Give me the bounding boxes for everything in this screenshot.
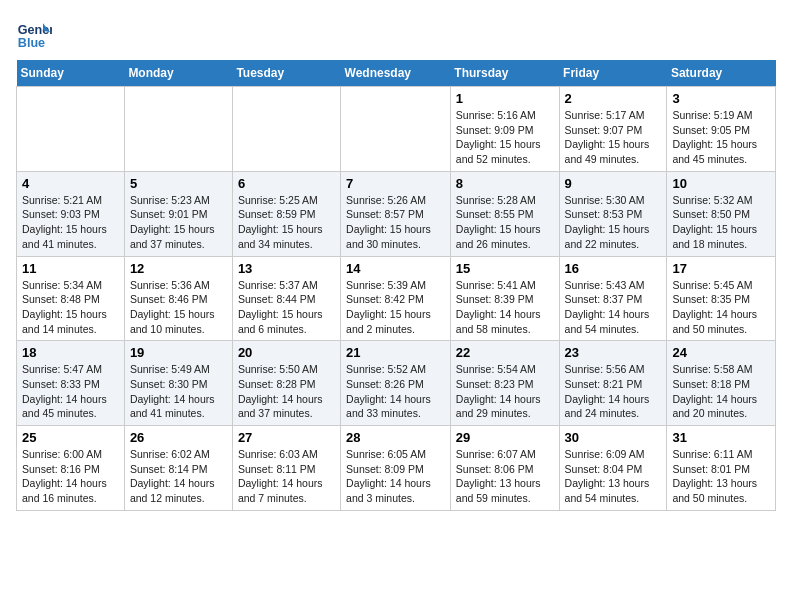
day-info: Sunrise: 5:52 AM Sunset: 8:26 PM Dayligh… xyxy=(346,362,445,421)
day-number: 19 xyxy=(130,345,227,360)
calendar-header: SundayMondayTuesdayWednesdayThursdayFrid… xyxy=(17,60,776,87)
calendar-cell: 11Sunrise: 5:34 AM Sunset: 8:48 PM Dayli… xyxy=(17,256,125,341)
calendar-cell: 29Sunrise: 6:07 AM Sunset: 8:06 PM Dayli… xyxy=(450,426,559,511)
weekday-monday: Monday xyxy=(124,60,232,87)
calendar-cell: 14Sunrise: 5:39 AM Sunset: 8:42 PM Dayli… xyxy=(341,256,451,341)
week-row-1: 1Sunrise: 5:16 AM Sunset: 9:09 PM Daylig… xyxy=(17,87,776,172)
calendar-cell xyxy=(124,87,232,172)
calendar-cell: 6Sunrise: 5:25 AM Sunset: 8:59 PM Daylig… xyxy=(232,171,340,256)
day-info: Sunrise: 5:23 AM Sunset: 9:01 PM Dayligh… xyxy=(130,193,227,252)
day-info: Sunrise: 5:34 AM Sunset: 8:48 PM Dayligh… xyxy=(22,278,119,337)
day-number: 8 xyxy=(456,176,554,191)
calendar-cell: 18Sunrise: 5:47 AM Sunset: 8:33 PM Dayli… xyxy=(17,341,125,426)
svg-text:Blue: Blue xyxy=(18,36,45,50)
week-row-5: 25Sunrise: 6:00 AM Sunset: 8:16 PM Dayli… xyxy=(17,426,776,511)
day-number: 2 xyxy=(565,91,662,106)
calendar-cell: 10Sunrise: 5:32 AM Sunset: 8:50 PM Dayli… xyxy=(667,171,776,256)
calendar-cell: 4Sunrise: 5:21 AM Sunset: 9:03 PM Daylig… xyxy=(17,171,125,256)
day-info: Sunrise: 6:09 AM Sunset: 8:04 PM Dayligh… xyxy=(565,447,662,506)
day-number: 16 xyxy=(565,261,662,276)
day-number: 13 xyxy=(238,261,335,276)
day-number: 21 xyxy=(346,345,445,360)
calendar-cell: 31Sunrise: 6:11 AM Sunset: 8:01 PM Dayli… xyxy=(667,426,776,511)
day-info: Sunrise: 6:11 AM Sunset: 8:01 PM Dayligh… xyxy=(672,447,770,506)
day-number: 7 xyxy=(346,176,445,191)
day-info: Sunrise: 5:16 AM Sunset: 9:09 PM Dayligh… xyxy=(456,108,554,167)
calendar-cell: 22Sunrise: 5:54 AM Sunset: 8:23 PM Dayli… xyxy=(450,341,559,426)
logo-icon: General Blue xyxy=(16,16,52,52)
day-info: Sunrise: 5:49 AM Sunset: 8:30 PM Dayligh… xyxy=(130,362,227,421)
day-number: 31 xyxy=(672,430,770,445)
day-number: 10 xyxy=(672,176,770,191)
calendar-body: 1Sunrise: 5:16 AM Sunset: 9:09 PM Daylig… xyxy=(17,87,776,511)
day-number: 5 xyxy=(130,176,227,191)
week-row-4: 18Sunrise: 5:47 AM Sunset: 8:33 PM Dayli… xyxy=(17,341,776,426)
calendar-cell: 8Sunrise: 5:28 AM Sunset: 8:55 PM Daylig… xyxy=(450,171,559,256)
day-number: 23 xyxy=(565,345,662,360)
day-info: Sunrise: 5:39 AM Sunset: 8:42 PM Dayligh… xyxy=(346,278,445,337)
day-number: 30 xyxy=(565,430,662,445)
calendar-cell: 27Sunrise: 6:03 AM Sunset: 8:11 PM Dayli… xyxy=(232,426,340,511)
calendar-cell: 2Sunrise: 5:17 AM Sunset: 9:07 PM Daylig… xyxy=(559,87,667,172)
day-info: Sunrise: 5:32 AM Sunset: 8:50 PM Dayligh… xyxy=(672,193,770,252)
day-info: Sunrise: 5:43 AM Sunset: 8:37 PM Dayligh… xyxy=(565,278,662,337)
calendar-cell: 1Sunrise: 5:16 AM Sunset: 9:09 PM Daylig… xyxy=(450,87,559,172)
day-number: 3 xyxy=(672,91,770,106)
day-info: Sunrise: 5:37 AM Sunset: 8:44 PM Dayligh… xyxy=(238,278,335,337)
day-info: Sunrise: 5:36 AM Sunset: 8:46 PM Dayligh… xyxy=(130,278,227,337)
calendar-cell xyxy=(341,87,451,172)
day-number: 27 xyxy=(238,430,335,445)
calendar-cell: 24Sunrise: 5:58 AM Sunset: 8:18 PM Dayli… xyxy=(667,341,776,426)
day-number: 1 xyxy=(456,91,554,106)
day-number: 22 xyxy=(456,345,554,360)
weekday-thursday: Thursday xyxy=(450,60,559,87)
calendar-cell: 28Sunrise: 6:05 AM Sunset: 8:09 PM Dayli… xyxy=(341,426,451,511)
calendar-cell: 7Sunrise: 5:26 AM Sunset: 8:57 PM Daylig… xyxy=(341,171,451,256)
day-info: Sunrise: 5:41 AM Sunset: 8:39 PM Dayligh… xyxy=(456,278,554,337)
day-info: Sunrise: 5:58 AM Sunset: 8:18 PM Dayligh… xyxy=(672,362,770,421)
day-number: 17 xyxy=(672,261,770,276)
calendar-cell: 13Sunrise: 5:37 AM Sunset: 8:44 PM Dayli… xyxy=(232,256,340,341)
calendar-cell: 19Sunrise: 5:49 AM Sunset: 8:30 PM Dayli… xyxy=(124,341,232,426)
calendar-cell: 3Sunrise: 5:19 AM Sunset: 9:05 PM Daylig… xyxy=(667,87,776,172)
day-number: 12 xyxy=(130,261,227,276)
day-number: 26 xyxy=(130,430,227,445)
calendar-cell: 12Sunrise: 5:36 AM Sunset: 8:46 PM Dayli… xyxy=(124,256,232,341)
calendar-cell: 16Sunrise: 5:43 AM Sunset: 8:37 PM Dayli… xyxy=(559,256,667,341)
day-number: 14 xyxy=(346,261,445,276)
day-info: Sunrise: 6:00 AM Sunset: 8:16 PM Dayligh… xyxy=(22,447,119,506)
calendar-cell: 5Sunrise: 5:23 AM Sunset: 9:01 PM Daylig… xyxy=(124,171,232,256)
day-number: 28 xyxy=(346,430,445,445)
day-info: Sunrise: 5:26 AM Sunset: 8:57 PM Dayligh… xyxy=(346,193,445,252)
logo: General Blue xyxy=(16,16,56,52)
weekday-saturday: Saturday xyxy=(667,60,776,87)
day-number: 24 xyxy=(672,345,770,360)
day-info: Sunrise: 6:02 AM Sunset: 8:14 PM Dayligh… xyxy=(130,447,227,506)
day-info: Sunrise: 6:05 AM Sunset: 8:09 PM Dayligh… xyxy=(346,447,445,506)
calendar-cell: 9Sunrise: 5:30 AM Sunset: 8:53 PM Daylig… xyxy=(559,171,667,256)
calendar-cell: 21Sunrise: 5:52 AM Sunset: 8:26 PM Dayli… xyxy=(341,341,451,426)
day-info: Sunrise: 5:19 AM Sunset: 9:05 PM Dayligh… xyxy=(672,108,770,167)
day-info: Sunrise: 5:30 AM Sunset: 8:53 PM Dayligh… xyxy=(565,193,662,252)
weekday-tuesday: Tuesday xyxy=(232,60,340,87)
calendar-cell: 20Sunrise: 5:50 AM Sunset: 8:28 PM Dayli… xyxy=(232,341,340,426)
day-info: Sunrise: 5:47 AM Sunset: 8:33 PM Dayligh… xyxy=(22,362,119,421)
calendar-cell: 30Sunrise: 6:09 AM Sunset: 8:04 PM Dayli… xyxy=(559,426,667,511)
day-number: 29 xyxy=(456,430,554,445)
weekday-row: SundayMondayTuesdayWednesdayThursdayFrid… xyxy=(17,60,776,87)
day-number: 25 xyxy=(22,430,119,445)
week-row-2: 4Sunrise: 5:21 AM Sunset: 9:03 PM Daylig… xyxy=(17,171,776,256)
page-header: General Blue xyxy=(16,16,776,52)
day-number: 18 xyxy=(22,345,119,360)
calendar-table: SundayMondayTuesdayWednesdayThursdayFrid… xyxy=(16,60,776,511)
calendar-cell xyxy=(232,87,340,172)
calendar-cell: 23Sunrise: 5:56 AM Sunset: 8:21 PM Dayli… xyxy=(559,341,667,426)
weekday-friday: Friday xyxy=(559,60,667,87)
day-info: Sunrise: 6:03 AM Sunset: 8:11 PM Dayligh… xyxy=(238,447,335,506)
day-info: Sunrise: 5:21 AM Sunset: 9:03 PM Dayligh… xyxy=(22,193,119,252)
day-info: Sunrise: 5:28 AM Sunset: 8:55 PM Dayligh… xyxy=(456,193,554,252)
day-number: 4 xyxy=(22,176,119,191)
calendar-cell: 26Sunrise: 6:02 AM Sunset: 8:14 PM Dayli… xyxy=(124,426,232,511)
day-number: 6 xyxy=(238,176,335,191)
calendar-cell: 17Sunrise: 5:45 AM Sunset: 8:35 PM Dayli… xyxy=(667,256,776,341)
